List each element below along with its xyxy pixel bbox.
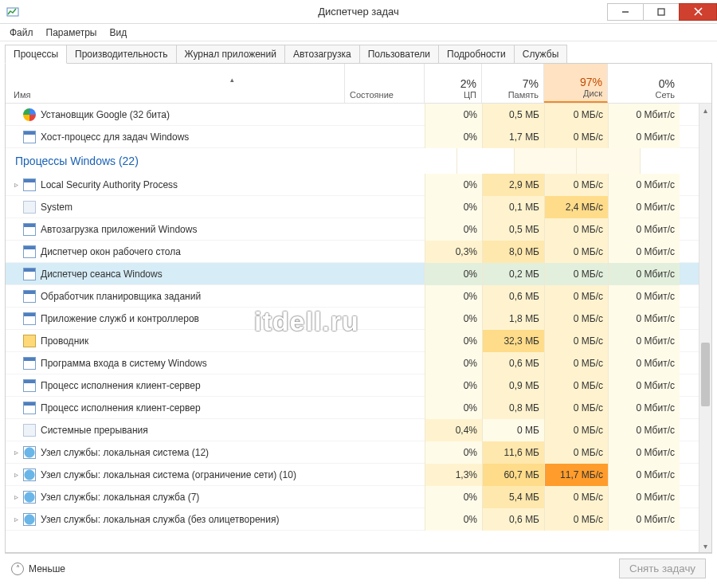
cell-disk: 0 МБ/с <box>544 330 608 352</box>
process-name: Процесс исполнения клиент-сервер <box>41 380 201 391</box>
expand-icon[interactable]: ▹ <box>10 492 22 501</box>
fewer-details-button[interactable]: ˄ Меньше <box>11 563 65 575</box>
cell-cpu: 0% <box>425 352 482 374</box>
process-row[interactable]: Установщик Google (32 бита) 0% 0,5 МБ 0 … <box>6 104 711 126</box>
cell-memory: 0,5 МБ <box>482 218 544 241</box>
cell-memory: 1,8 МБ <box>482 308 544 330</box>
cell-status <box>345 263 425 285</box>
process-row[interactable]: Обработчик планировщика заданий 0% 0,6 М… <box>6 285 711 308</box>
process-row[interactable]: Диспетчер окон рабочего стола 0,3% 8,0 М… <box>6 241 711 263</box>
cell-network: 0 Мбит/с <box>608 397 680 419</box>
header-name[interactable]: ▴ Имя <box>6 64 345 103</box>
process-row[interactable]: Проводник 0% 32,3 МБ 0 МБ/с 0 Мбит/с <box>6 330 711 352</box>
process-row[interactable]: Диспетчер сеанса Windows 0% 0,2 МБ 0 МБ/… <box>6 263 711 285</box>
cell-disk: 0 МБ/с <box>544 352 608 374</box>
cell-memory: 0,6 МБ <box>482 285 544 308</box>
cell-disk: 0 МБ/с <box>544 218 608 241</box>
cell-memory: 0,8 МБ <box>482 397 544 419</box>
scroll-down-icon[interactable]: ▾ <box>699 539 711 552</box>
cell-cpu: 0% <box>425 374 482 397</box>
process-row[interactable]: Программа входа в систему Windows 0% 0,6… <box>6 352 711 374</box>
process-name: System <box>41 202 72 213</box>
tab-details[interactable]: Подробности <box>438 45 515 63</box>
cell-cpu: 0% <box>425 104 482 126</box>
tab-performance[interactable]: Производительность <box>66 45 176 63</box>
tab-app-history[interactable]: Журнал приложений <box>176 45 285 63</box>
app-icon <box>6 6 19 18</box>
header-cpu[interactable]: 2% ЦП <box>425 64 482 103</box>
header-disk[interactable]: 97% Диск <box>544 64 608 103</box>
tab-startup[interactable]: Автозагрузка <box>284 45 360 63</box>
process-icon <box>23 131 36 143</box>
cell-cpu: 0% <box>425 174 482 196</box>
cell-memory: 0,6 МБ <box>482 352 544 374</box>
tab-services[interactable]: Службы <box>514 45 567 63</box>
process-row[interactable]: Автозагрузка приложений Windows 0% 0,5 М… <box>6 218 711 241</box>
process-row[interactable]: ▹ Узел службы: локальная система (12) 0%… <box>6 441 711 464</box>
process-row[interactable]: System 0% 0,1 МБ 2,4 МБ/с 0 Мбит/с <box>6 196 711 218</box>
menu-options[interactable]: Параметры <box>40 25 104 40</box>
process-name: Диспетчер сеанса Windows <box>41 269 163 280</box>
maximize-button[interactable] <box>643 3 680 21</box>
process-icon <box>23 446 36 459</box>
process-icon <box>23 290 36 303</box>
process-row[interactable]: ▹ Local Security Authority Process 0% 2,… <box>6 174 711 196</box>
cell-status <box>345 441 425 464</box>
process-row[interactable]: Процесс исполнения клиент-сервер 0% 0,9 … <box>6 374 711 397</box>
process-row[interactable]: Процесс исполнения клиент-сервер 0% 0,8 … <box>6 397 711 419</box>
expand-icon[interactable]: ▹ <box>10 448 22 457</box>
cell-status <box>345 397 425 419</box>
cell-status <box>345 285 425 308</box>
cell-network: 0 Мбит/с <box>608 419 680 441</box>
cell-cpu: 0% <box>425 126 482 148</box>
group-header-windows-processes[interactable]: Процессы Windows (22) <box>6 148 711 174</box>
scroll-up-icon[interactable]: ▴ <box>699 104 711 116</box>
cell-network: 0 Мбит/с <box>608 308 680 330</box>
cell-status <box>345 174 425 196</box>
expand-icon[interactable]: ▹ <box>10 180 22 189</box>
process-row[interactable]: Системные прерывания 0,4% 0 МБ 0 МБ/с 0 … <box>6 419 711 441</box>
end-task-button[interactable]: Снять задачу <box>619 559 706 578</box>
minimize-button[interactable] <box>607 3 644 21</box>
cell-memory: 8,0 МБ <box>482 241 544 263</box>
process-row[interactable]: ▹ Узел службы: локальная служба (7) 0% 5… <box>6 486 711 508</box>
expand-icon[interactable]: ▹ <box>10 515 22 523</box>
cell-network: 0 Мбит/с <box>608 285 680 308</box>
vertical-scrollbar[interactable]: ▴ ▾ <box>699 104 711 552</box>
cell-status <box>345 419 425 441</box>
cell-cpu: 0% <box>425 218 482 241</box>
process-icon <box>23 335 36 347</box>
cell-memory: 1,7 МБ <box>482 126 544 148</box>
sort-indicator-icon: ▴ <box>125 76 339 84</box>
process-row[interactable]: Приложение служб и контроллеров 0% 1,8 М… <box>6 308 711 330</box>
cell-memory: 60,7 МБ <box>482 464 544 486</box>
tab-users[interactable]: Пользователи <box>359 45 439 63</box>
tab-bar: Процессы Производительность Журнал прило… <box>5 45 712 64</box>
cell-cpu: 0% <box>425 508 482 531</box>
footer-bar: ˄ Меньше Снять задачу <box>5 553 712 583</box>
cell-disk: 0 МБ/с <box>544 374 608 397</box>
expand-icon[interactable]: ▹ <box>10 470 22 479</box>
titlebar: Диспетчер задач <box>0 0 717 24</box>
process-name: Узел службы: локальная служба (без олице… <box>41 514 279 525</box>
process-row[interactable]: ▹ Узел службы: локальная служба (без оли… <box>6 508 711 531</box>
cell-disk: 0 МБ/с <box>544 174 608 196</box>
cell-network: 0 Мбит/с <box>608 352 680 374</box>
tab-processes[interactable]: Процессы <box>5 45 67 64</box>
cell-disk: 0 МБ/с <box>544 126 608 148</box>
process-icon <box>23 402 36 414</box>
menu-file[interactable]: Файл <box>3 25 40 40</box>
process-name: Обработчик планировщика заданий <box>41 291 201 302</box>
process-row[interactable]: ▹ Узел службы: локальная система (ограни… <box>6 464 711 486</box>
header-network[interactable]: 0% Сеть <box>608 64 680 103</box>
process-icon <box>23 268 36 280</box>
header-memory[interactable]: 7% Память <box>482 64 544 103</box>
process-name: Проводник <box>41 335 88 347</box>
menu-view[interactable]: Вид <box>103 25 133 40</box>
process-icon <box>23 223 36 236</box>
cell-status <box>345 104 425 126</box>
close-button[interactable] <box>679 3 717 21</box>
process-row[interactable]: Хост-процесс для задач Windows 0% 1,7 МБ… <box>6 126 711 148</box>
header-status[interactable]: Состояние <box>345 64 425 103</box>
scroll-thumb[interactable] <box>701 343 710 406</box>
